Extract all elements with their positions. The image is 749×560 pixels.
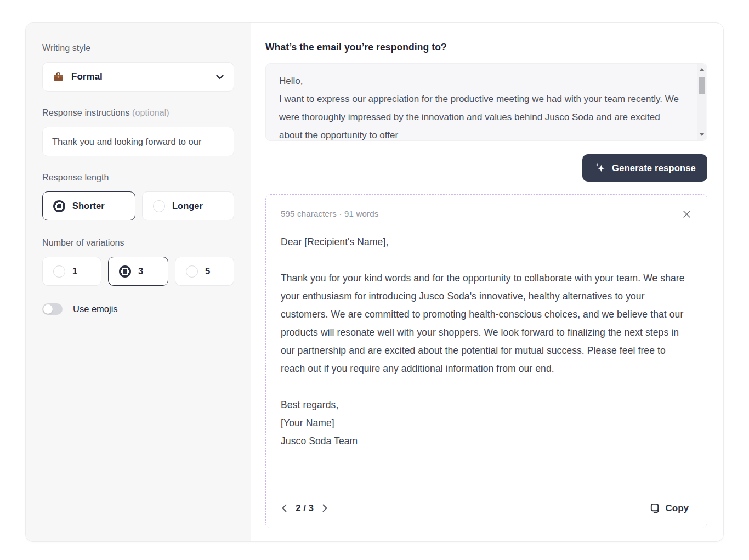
scroll-up-icon[interactable] xyxy=(699,68,705,71)
writing-style-label: Writing style xyxy=(42,43,234,53)
option-label: Shorter xyxy=(72,201,105,211)
chevron-down-icon xyxy=(216,75,224,80)
response-card: 595 characters · 91 words Dear [Recipien… xyxy=(265,194,707,528)
response-length-options: Shorter Longer xyxy=(42,191,234,220)
writing-style-value: Formal xyxy=(71,71,209,82)
radio-selected-icon xyxy=(53,200,65,212)
scroll-thumb[interactable] xyxy=(699,77,705,94)
copy-label: Copy xyxy=(666,503,689,514)
scrollbar[interactable] xyxy=(697,64,706,140)
optional-hint: (optional) xyxy=(132,108,169,117)
response-meta: 595 characters · 91 words xyxy=(281,209,378,218)
settings-sidebar: Writing style Formal Response instructio… xyxy=(26,23,251,541)
radio-unselected-icon xyxy=(53,265,65,278)
writing-style-select[interactable]: Formal xyxy=(42,62,234,92)
copy-icon xyxy=(649,502,661,514)
variation-option-1[interactable]: 1 xyxy=(42,257,101,286)
option-label: 5 xyxy=(205,266,210,276)
page-indicator: 2 / 3 xyxy=(296,503,314,514)
response-signoff-line: Best regards, xyxy=(281,396,692,414)
response-greeting: Dear [Recipient's Name], xyxy=(281,233,692,251)
close-button[interactable] xyxy=(682,209,692,219)
next-variation-button[interactable] xyxy=(321,503,328,513)
main-panel: What’s the email you’re responding to? H… xyxy=(251,23,723,541)
email-responder-panel: Writing style Formal Response instructio… xyxy=(25,22,724,542)
generate-response-label: Generate response xyxy=(612,163,696,173)
option-label: 1 xyxy=(72,266,77,276)
generate-response-button[interactable]: Generate response xyxy=(582,154,707,182)
radio-selected-icon xyxy=(119,265,131,278)
use-emojis-row: Use emojis xyxy=(42,303,234,315)
length-option-shorter[interactable]: Shorter xyxy=(42,191,135,220)
variation-pager: 2 / 3 xyxy=(281,503,328,514)
use-emojis-label: Use emojis xyxy=(73,304,118,314)
close-icon xyxy=(683,212,691,220)
response-instructions-input[interactable] xyxy=(42,127,234,156)
chevron-right-icon xyxy=(322,506,327,514)
email-input[interactable]: Hello, I want to express our appreciatio… xyxy=(265,63,707,141)
variation-options: 1 3 5 xyxy=(42,257,234,286)
email-input-text: Hello, I want to express our appreciatio… xyxy=(266,64,707,141)
option-label: Longer xyxy=(172,201,203,211)
response-instructions-label: Response instructions (optional) xyxy=(42,108,234,118)
chevron-left-icon xyxy=(282,506,287,514)
variation-option-5[interactable]: 5 xyxy=(175,257,234,286)
briefcase-icon xyxy=(53,71,64,83)
variation-option-3[interactable]: 3 xyxy=(108,257,168,286)
copy-button[interactable]: Copy xyxy=(646,502,693,514)
response-signoff-line: [Your Name] xyxy=(281,414,692,432)
option-label: 3 xyxy=(138,266,143,276)
response-length-label: Response length xyxy=(42,173,234,183)
email-question-heading: What’s the email you’re responding to? xyxy=(265,42,707,53)
toggle-knob xyxy=(43,304,53,314)
previous-variation-button[interactable] xyxy=(281,503,288,513)
scroll-down-icon[interactable] xyxy=(699,133,705,136)
length-option-longer[interactable]: Longer xyxy=(142,191,234,220)
radio-unselected-icon xyxy=(153,200,165,212)
response-signoff-line: Jusco Soda Team xyxy=(281,432,692,450)
sparkles-icon xyxy=(594,162,606,174)
number-of-variations-label: Number of variations xyxy=(42,238,234,248)
use-emojis-toggle[interactable] xyxy=(42,303,63,315)
radio-unselected-icon xyxy=(186,265,198,278)
response-body: Thank you for your kind words and for th… xyxy=(281,269,692,378)
